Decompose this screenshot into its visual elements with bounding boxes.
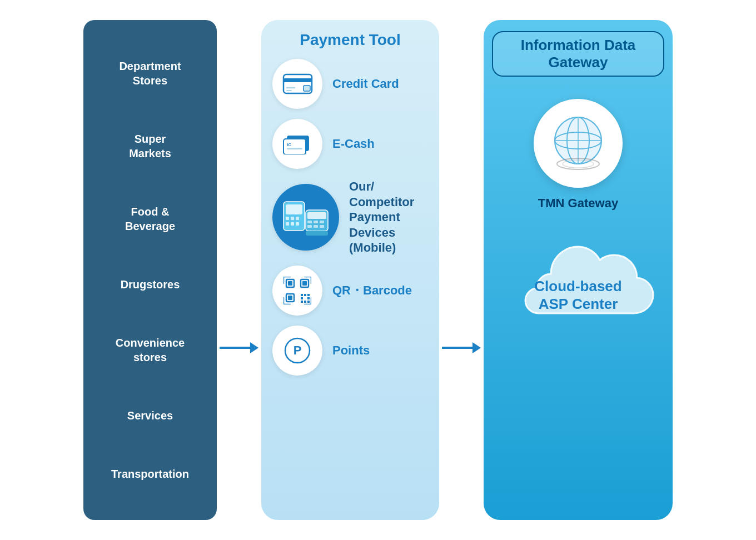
cloud-background-icon: Cloud-based ASP Center [498, 233, 659, 344]
svg-rect-29 [288, 281, 292, 286]
credit-card-circle [272, 59, 322, 109]
svg-rect-12 [286, 204, 302, 214]
svg-rect-38 [307, 297, 310, 299]
svg-marker-45 [472, 342, 481, 353]
svg-rect-26 [320, 225, 324, 228]
svg-rect-35 [304, 294, 306, 296]
svg-rect-13 [286, 217, 289, 220]
svg-marker-1 [250, 342, 258, 353]
middle-to-right-arrow-icon [442, 339, 481, 356]
tmn-globe-circle [534, 99, 623, 188]
svg-rect-36 [307, 294, 310, 296]
svg-text:Cloud-based: Cloud-based [534, 278, 621, 294]
payment-tool-title: Payment Tool [300, 31, 401, 49]
credit-card-icon [282, 73, 313, 94]
svg-rect-25 [314, 225, 318, 228]
right-panel: Information Data Gateway TMN G [484, 20, 673, 520]
info-data-gateway-title: Information Data Gateway [492, 31, 664, 77]
pos-icon [281, 196, 331, 238]
left-to-middle-arrow-container [217, 339, 261, 356]
ecash-circle: IC [272, 119, 322, 169]
svg-rect-3 [284, 78, 312, 82]
qr-circle [272, 266, 322, 316]
ecash-icon: IC [282, 133, 313, 154]
svg-rect-22 [314, 221, 318, 223]
svg-rect-39 [301, 301, 303, 303]
cloud-section: Cloud-based ASP Center [498, 233, 659, 344]
svg-rect-14 [291, 217, 294, 220]
left-item-convenience-stores: Conveniencestores [116, 330, 185, 370]
svg-rect-34 [301, 294, 303, 296]
payment-item-qr: QR・Barcode [272, 266, 412, 316]
tmn-gateway-label: TMN Gateway [538, 196, 618, 211]
svg-text:ASP Center: ASP Center [539, 296, 618, 312]
svg-rect-23 [320, 221, 324, 223]
points-icon: P [284, 337, 311, 364]
payment-items-list: Credit Card IC E-Cash [267, 59, 434, 376]
svg-rect-27 [306, 231, 328, 236]
svg-rect-41 [307, 301, 310, 303]
svg-text:IC: IC [287, 142, 291, 147]
credit-card-label: Credit Card [332, 76, 399, 92]
left-item-super-markets: SuperMarkets [129, 126, 171, 166]
middle-to-right-arrow-container [439, 339, 484, 356]
cloud-shape: Cloud-based ASP Center [498, 233, 659, 344]
qr-label: QR・Barcode [332, 283, 412, 298]
left-item-food-beverage: Food &Beverage [125, 199, 175, 239]
tmn-gateway-section: TMN Gateway [534, 99, 623, 211]
payment-item-credit-card: Credit Card [272, 59, 399, 109]
svg-text:P: P [294, 343, 302, 357]
svg-rect-21 [307, 221, 312, 223]
svg-rect-6 [304, 86, 310, 91]
left-panel: DepartmentStores SuperMarkets Food &Beve… [83, 20, 217, 520]
points-label: Points [332, 343, 370, 358]
svg-rect-10 [287, 148, 302, 149]
middle-panel: Payment Tool Credit Card [261, 20, 439, 520]
payment-item-points: P Points [272, 326, 370, 376]
left-to-middle-arrow-icon [220, 339, 258, 356]
diagram-container: DepartmentStores SuperMarkets Food &Beve… [11, 9, 745, 531]
left-item-drugstores: Drugstores [121, 272, 180, 297]
svg-rect-17 [291, 222, 294, 226]
svg-rect-18 [296, 222, 299, 226]
payment-item-devices: Our/CompetitorPaymentDevices(Mobile) [272, 179, 414, 256]
svg-rect-40 [304, 301, 306, 303]
svg-rect-33 [288, 296, 292, 300]
qr-icon [284, 277, 311, 304]
left-item-services: Services [127, 403, 173, 428]
left-item-transportation: Transportation [111, 461, 189, 487]
svg-rect-15 [296, 217, 299, 220]
svg-rect-24 [307, 225, 312, 228]
svg-rect-20 [307, 212, 326, 219]
payment-item-ecash: IC E-Cash [272, 119, 375, 169]
ecash-label: E-Cash [332, 136, 375, 152]
svg-rect-31 [302, 281, 307, 286]
svg-rect-37 [301, 297, 303, 299]
left-item-department-stores: DepartmentStores [119, 53, 181, 93]
tmn-globe-icon [545, 110, 611, 177]
svg-rect-16 [286, 222, 289, 226]
devices-label: Our/CompetitorPaymentDevices(Mobile) [349, 179, 414, 256]
points-circle: P [272, 326, 322, 376]
devices-circle [272, 184, 339, 251]
